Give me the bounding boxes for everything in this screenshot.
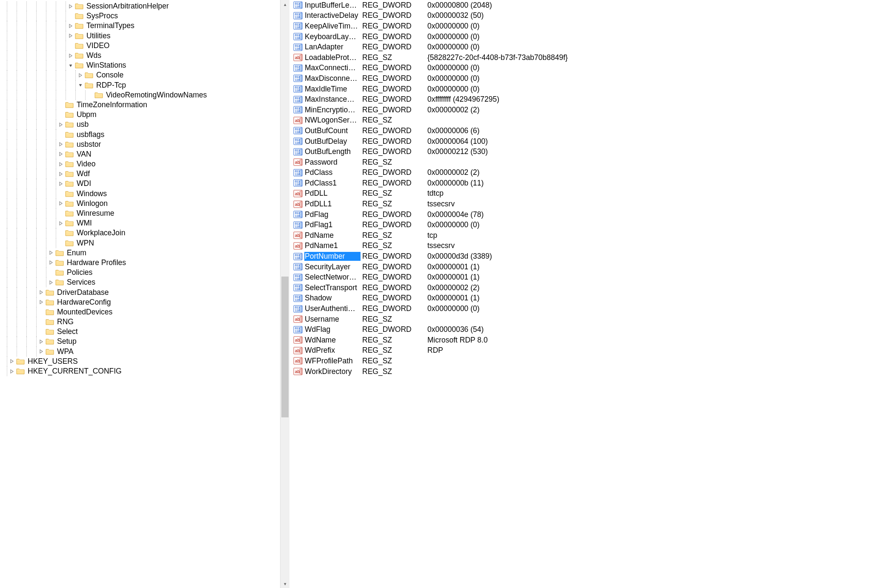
value-name: WdName: [304, 336, 361, 345]
value-row[interactable]: MaxIdleTimeREG_DWORD0x00000000 (0): [292, 84, 876, 94]
tree-item-video[interactable]: VIDEO: [4, 41, 289, 51]
value-row[interactable]: KeyboardLayoutREG_DWORD0x00000000 (0): [292, 31, 876, 42]
value-name: InputBufferLeng...: [304, 1, 361, 10]
value-row[interactable]: WdPrefixREG_SZRDP: [292, 345, 876, 356]
tree-label: Setup: [56, 337, 77, 346]
scroll-down-arrow[interactable]: ▾: [281, 579, 289, 588]
value-row[interactable]: PdClass1REG_DWORD0x0000000b (11): [292, 178, 876, 188]
value-row[interactable]: PdFlag1REG_DWORD0x00000000 (0): [292, 220, 876, 230]
folder-icon: [65, 160, 74, 168]
tree-item-select[interactable]: Select: [4, 327, 289, 337]
value-row[interactable]: LoadableProtoc...REG_SZ{5828227c-20cf-44…: [292, 52, 876, 63]
tree-item-mounteddevices[interactable]: MountedDevices: [4, 307, 289, 317]
value-row[interactable]: UserAuthenticat...REG_DWORD0x00000000 (0…: [292, 303, 876, 314]
value-row[interactable]: ShadowREG_DWORD0x00000001 (1): [292, 293, 876, 304]
value-row[interactable]: MinEncryptionL...REG_DWORD0x00000002 (2): [292, 105, 876, 115]
value-row[interactable]: MaxDisconnecti...REG_DWORD0x00000000 (0): [292, 73, 876, 84]
value-name: OutBufDelay: [304, 137, 361, 146]
value-row[interactable]: KeepAliveTimeo...REG_DWORD0x00000000 (0): [292, 21, 876, 31]
value-data: 0x00000006 (6): [426, 126, 876, 135]
tree-item-videoremotingwindownames[interactable]: VideoRemotingWindowNames: [4, 90, 289, 100]
folder-icon: [65, 151, 74, 158]
value-row[interactable]: PdClassREG_DWORD0x00000002 (2): [292, 168, 876, 178]
tree-item-wdi[interactable]: WDI: [4, 179, 289, 188]
value-type: REG_DWORD: [361, 294, 426, 303]
tree-item-wdf[interactable]: Wdf: [4, 169, 289, 179]
value-name: MaxDisconnecti...: [304, 74, 361, 83]
tree-item-hkey-current-config[interactable]: HKEY_CURRENT_CONFIG: [4, 366, 289, 376]
value-row[interactable]: WFProfilePathREG_SZ: [292, 356, 876, 366]
tree-item-sysprocs[interactable]: SysProcs: [4, 11, 289, 21]
value-type: REG_DWORD: [361, 179, 426, 188]
tree-item-video[interactable]: Video: [4, 159, 289, 169]
tree-item-enum[interactable]: Enum: [4, 248, 289, 258]
tree-item-winlogon[interactable]: Winlogon: [4, 199, 289, 208]
value-row[interactable]: OutBufLengthREG_DWORD0x00000212 (530): [292, 146, 876, 157]
value-data: 0x00000064 (100): [426, 137, 876, 146]
value-row[interactable]: UsernameREG_SZ: [292, 314, 876, 325]
tree-item-wpn[interactable]: WPN: [4, 238, 289, 248]
tree-item-windows[interactable]: Windows: [4, 189, 289, 199]
tree-item-services[interactable]: Services: [4, 277, 289, 287]
tree-item-rng[interactable]: RNG: [4, 317, 289, 327]
value-row[interactable]: MaxInstanceCo...REG_DWORD0xffffffff (429…: [292, 94, 876, 105]
reg-dword-icon: [293, 179, 303, 187]
value-row[interactable]: LanAdapterREG_DWORD0x00000000 (0): [292, 42, 876, 52]
folder-icon: [16, 368, 25, 375]
tree-item-usb[interactable]: usb: [4, 120, 289, 129]
value-row[interactable]: PasswordREG_SZ: [292, 157, 876, 168]
value-row[interactable]: OutBufDelayREG_DWORD0x00000064 (100): [292, 136, 876, 147]
value-data: 0x00000000 (0): [426, 32, 876, 41]
tree-item-policies[interactable]: Policies: [4, 268, 289, 277]
value-row[interactable]: SecurityLayerREG_DWORD0x00000001 (1): [292, 262, 876, 272]
value-row[interactable]: InputBufferLeng...REG_DWORD0x00000800 (2…: [292, 0, 876, 11]
tree-item-sessionarbitrationhelper[interactable]: SessionArbitrationHelper: [4, 1, 289, 11]
tree-item-van[interactable]: VAN: [4, 149, 289, 159]
tree-item-hardwareconfig[interactable]: HardwareConfig: [4, 297, 289, 307]
tree-item-usbflags[interactable]: usbflags: [4, 129, 289, 139]
value-data: 0x0000004e (78): [426, 210, 876, 219]
tree-item-ubpm[interactable]: Ubpm: [4, 110, 289, 120]
value-row[interactable]: PdFlagREG_DWORD0x0000004e (78): [292, 209, 876, 220]
reg-dword-icon: [293, 221, 303, 229]
registry-tree[interactable]: ▴ ▾ SessionArbitrationHelperSysProcsTerm…: [0, 0, 289, 588]
value-row[interactable]: PdNameREG_SZtcp: [292, 230, 876, 241]
tree-item-utilities[interactable]: Utilities: [4, 31, 289, 41]
tree-item-timezoneinformation[interactable]: TimeZoneInformation: [4, 100, 289, 110]
value-row[interactable]: PdName1REG_SZtssecsrv: [292, 241, 876, 251]
value-row[interactable]: SelectNetworkD...REG_DWORD0x00000001 (1): [292, 272, 876, 283]
value-row[interactable]: PortNumberREG_DWORD0x00000d3d (3389): [292, 251, 876, 262]
value-row[interactable]: MaxConnection...REG_DWORD0x00000000 (0): [292, 63, 876, 74]
tree-item-hkey-users[interactable]: HKEY_USERS: [4, 357, 289, 366]
tree-item-winstations[interactable]: WinStations: [4, 60, 289, 70]
tree-label: WPA: [56, 347, 74, 356]
tree-item-terminaltypes[interactable]: TerminalTypes: [4, 21, 289, 31]
value-row[interactable]: WdNameREG_SZMicrosoft RDP 8.0: [292, 335, 876, 345]
reg-string-icon: [293, 346, 303, 355]
tree-item-wpa[interactable]: WPA: [4, 347, 289, 357]
value-row[interactable]: OutBufCountREG_DWORD0x00000006 (6): [292, 126, 876, 136]
tree-item-console[interactable]: Console: [4, 70, 289, 80]
tree-label: Video: [76, 160, 96, 168]
value-row[interactable]: PdDLL1REG_SZtssecsrv: [292, 199, 876, 209]
tree-item-usbstor[interactable]: usbstor: [4, 140, 289, 149]
tree-item-winresume[interactable]: Winresume: [4, 208, 289, 218]
tree-label: TimeZoneInformation: [76, 100, 148, 109]
tree-item-workplacejoin[interactable]: WorkplaceJoin: [4, 228, 289, 238]
tree-item-setup[interactable]: Setup: [4, 337, 289, 346]
tree-label: Wds: [86, 51, 102, 60]
value-row[interactable]: WorkDirectoryREG_SZ: [292, 366, 876, 377]
tree-item-wmi[interactable]: WMI: [4, 218, 289, 228]
value-data: 0x00000000 (0): [426, 304, 876, 313]
value-row[interactable]: NWLogonServerREG_SZ: [292, 115, 876, 126]
tree-item-wds[interactable]: Wds: [4, 51, 289, 60]
value-row[interactable]: InteractiveDelayREG_DWORD0x00000032 (50): [292, 11, 876, 21]
value-row[interactable]: WdFlagREG_DWORD0x00000036 (54): [292, 324, 876, 335]
value-data: 0x00000212 (530): [426, 147, 876, 156]
value-row[interactable]: SelectTransportREG_DWORD0x00000002 (2): [292, 283, 876, 293]
tree-item-driverdatabase[interactable]: DriverDatabase: [4, 287, 289, 297]
tree-item-rdp-tcp[interactable]: RDP-Tcp: [4, 80, 289, 90]
value-row[interactable]: PdDLLREG_SZtdtcp: [292, 188, 876, 199]
tree-item-hardware-profiles[interactable]: Hardware Profiles: [4, 258, 289, 268]
registry-values-list[interactable]: InputBufferLeng...REG_DWORD0x00000800 (2…: [292, 0, 876, 588]
